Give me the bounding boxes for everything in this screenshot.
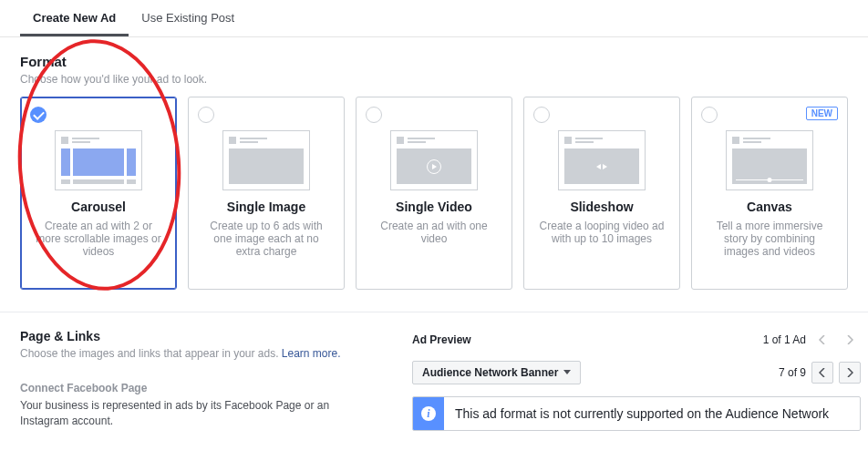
card-desc: Create an ad with 2 or more scrollable i…	[30, 220, 167, 258]
radio-icon	[366, 107, 382, 123]
card-desc: Tell a more immersive story by combining…	[701, 220, 838, 258]
format-card-single-video[interactable]: Single Video Create an ad with one video	[356, 97, 512, 290]
tab-use-existing-post[interactable]: Use Existing Post	[129, 0, 247, 36]
chevron-right-icon	[846, 368, 853, 377]
format-section: Format Choose how you'd like your ad to …	[20, 54, 848, 290]
ad-tabs: Create New Ad Use Existing Post	[0, 0, 868, 37]
card-desc: Create a looping video ad with up to 10 …	[533, 220, 670, 245]
connect-page-subtitle: Your business is represented in ads by i…	[20, 398, 374, 429]
learn-more-link[interactable]: Learn more.	[282, 347, 341, 360]
lower-section: Page & Links Choose the images and links…	[0, 312, 868, 438]
format-title: Format	[20, 54, 848, 69]
chevron-left-icon	[819, 335, 826, 344]
new-badge: NEW	[806, 107, 838, 120]
page-links-title: Page & Links	[20, 329, 374, 343]
format-card-carousel[interactable]: Carousel Create an ad with 2 or more scr…	[20, 97, 177, 290]
ad-preview-panel: Ad Preview 1 of 1 Ad Audience Network Ba…	[392, 312, 868, 438]
card-title: Single Image	[198, 200, 335, 214]
card-desc: Create an ad with one video	[366, 220, 502, 245]
ad-count-pager: 1 of 1 Ad	[763, 329, 861, 351]
radio-selected-icon	[30, 107, 46, 123]
radio-icon	[198, 107, 214, 123]
card-desc: Create up to 6 ads with one image each a…	[198, 220, 335, 258]
card-title: Single Video	[366, 200, 502, 214]
card-title: Slideshow	[533, 200, 670, 214]
format-card-single-image[interactable]: Single Image Create up to 6 ads with one…	[188, 97, 345, 290]
format-subtitle: Choose how you'd like your ad to look.	[20, 73, 848, 86]
format-cards: Carousel Create an ad with 2 or more scr…	[20, 97, 848, 290]
format-card-canvas[interactable]: NEW Canvas Tell a more immersive story b…	[691, 97, 848, 290]
info-banner-text: This ad format is not currently supporte…	[444, 397, 840, 430]
connect-page-title: Connect Facebook Page	[20, 382, 374, 394]
carousel-thumb	[55, 130, 142, 190]
radio-icon	[533, 107, 550, 123]
info-banner: i This ad format is not currently suppor…	[412, 396, 861, 431]
prev-placement-button[interactable]	[811, 362, 833, 384]
format-card-slideshow[interactable]: Slideshow Create a looping video ad with…	[523, 97, 680, 290]
single-image-thumb	[222, 130, 310, 190]
radio-icon	[701, 107, 718, 123]
caret-down-icon	[563, 370, 571, 375]
single-video-thumb	[390, 130, 478, 190]
dropdown-label: Audience Network Banner	[422, 366, 558, 379]
placement-dropdown[interactable]: Audience Network Banner	[412, 361, 581, 384]
page-links-panel: Page & Links Choose the images and links…	[0, 312, 392, 438]
card-title: Carousel	[30, 200, 167, 214]
chevron-left-icon	[819, 368, 826, 377]
next-ad-button[interactable]	[839, 329, 861, 351]
ad-count-text: 1 of 1 Ad	[763, 333, 806, 346]
info-icon: i	[413, 397, 444, 430]
canvas-thumb	[726, 130, 813, 190]
tab-create-new-ad[interactable]: Create New Ad	[20, 0, 129, 36]
card-title: Canvas	[701, 200, 838, 214]
page-links-subtitle-text: Choose the images and links that appear …	[20, 347, 282, 360]
placement-count-text: 7 of 9	[779, 366, 806, 379]
page-links-subtitle: Choose the images and links that appear …	[20, 347, 374, 360]
chevron-right-icon	[846, 335, 853, 344]
next-placement-button[interactable]	[839, 362, 861, 384]
ad-preview-label: Ad Preview	[412, 333, 471, 346]
prev-ad-button[interactable]	[811, 329, 833, 351]
slideshow-thumb	[558, 130, 646, 190]
placement-pager: 7 of 9	[779, 362, 861, 384]
